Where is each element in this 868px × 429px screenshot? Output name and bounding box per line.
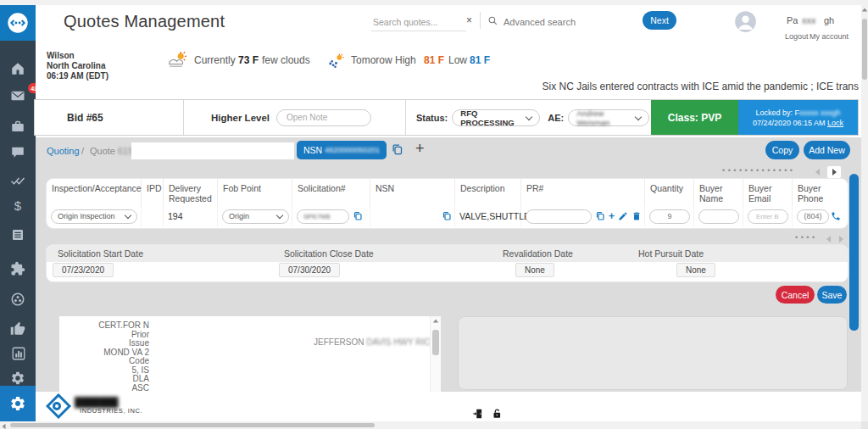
chevron-down-icon [125,212,131,219]
bar-chart-icon[interactable] [11,346,24,359]
higher-level-label: Higher Level [211,113,270,123]
tomorrow-label: Tomorow High [351,54,416,66]
status-select[interactable]: RFQ PROCESSING [452,109,540,126]
quantity-field[interactable] [649,209,690,224]
document-list-icon[interactable] [10,227,25,242]
phone-icon[interactable] [831,211,841,221]
add-pr-icon[interactable]: + [609,210,615,222]
save-button[interactable]: Save [817,286,847,304]
current-temp: 73 F [238,54,259,66]
home-icon[interactable] [10,61,25,76]
rain-sun-icon [326,53,345,75]
app-logo[interactable] [0,5,36,41]
avatar[interactable] [734,10,757,33]
clear-search-icon[interactable]: × [466,14,472,26]
pr-input[interactable] [532,211,585,221]
footer-bar [36,392,861,421]
hot-pursuit-date-button[interactable]: None [676,263,715,277]
settings-active-tile[interactable] [0,386,36,421]
side-pull-tab[interactable] [849,174,859,331]
ipd-cell [142,205,164,227]
buyer-phone-input[interactable] [801,211,825,221]
document-scrollbar[interactable] [430,316,441,392]
cloud-sun-icon [166,50,187,75]
buyer-email-input[interactable] [754,212,782,221]
lock-link[interactable]: Lock [827,119,843,127]
reel-icon[interactable] [10,292,25,307]
puzzle-icon[interactable] [10,261,25,276]
solicitation-field[interactable]: SPE7M5 [297,209,349,224]
copy-nsn-cell-icon[interactable] [442,211,452,221]
ae-select[interactable]: Andrew Weisman [568,109,649,126]
chat-icon[interactable] [10,144,25,159]
edit-icon[interactable] [618,211,628,221]
buyer-phone-field[interactable] [797,209,829,224]
scroll-left-icon[interactable] [3,424,6,429]
double-check-icon[interactable] [10,173,25,188]
user-name-last: gh [824,15,834,25]
cancel-button[interactable]: Cancel [776,286,815,304]
inspection-value: Origin Inspection [58,212,115,220]
vertical-scroll-thumb[interactable] [862,19,867,80]
pager-dots-top: ••••••••••••• [722,166,795,175]
horizontal-scroll-thumb[interactable] [10,423,375,427]
pager-next-icon [832,169,837,176]
fob-select[interactable]: Origin [222,209,289,224]
pager-prev-icon[interactable] [826,236,831,242]
scroll-up-icon[interactable] [862,8,867,12]
unlock-icon[interactable] [491,408,503,420]
sol-close-date-button[interactable]: 07/30/2020 [279,263,340,277]
mail-icon[interactable]: 438 [10,88,25,103]
pager-next-icon[interactable] [839,236,843,242]
document-scroll-thumb[interactable] [432,330,439,355]
open-note-input[interactable] [285,112,363,123]
buyer-name-input[interactable] [705,211,732,221]
gear-icon[interactable] [10,370,25,386]
buyer-email-field[interactable] [748,209,788,224]
dollar-icon[interactable]: $ [10,198,25,214]
buyer-name-field[interactable] [698,209,739,224]
exit-door-icon[interactable] [472,408,484,420]
copy-solicitation-icon[interactable] [353,211,363,221]
dates-header-row: Solicitation Start Date Solicitation Clo… [47,245,848,262]
logout-link[interactable]: Logout [785,32,809,41]
search-icon[interactable] [487,14,498,30]
chevron-down-icon [635,113,642,120]
my-account-link[interactable]: My account [810,32,849,41]
pager-prev-icon[interactable] [815,169,820,176]
copy-nsn-icon[interactable] [391,143,403,156]
pr-field[interactable] [526,209,592,224]
copy-button[interactable]: Copy [765,141,799,159]
add-quote-icon[interactable]: + [415,140,425,158]
search-input[interactable] [371,14,466,31]
delete-icon[interactable] [632,211,642,221]
locked-by-label: Locked by: F [755,109,799,117]
col-quantity: Quantity [645,179,694,205]
copy-pr-icon[interactable] [595,211,605,221]
col-delivery: Delivery Requested [164,179,218,205]
scrollbar-corner [861,421,868,429]
user-name-redacted: xxx [802,15,816,25]
nsn-chip-label: NSN [303,145,322,155]
gear-icon [9,395,26,412]
advanced-search-link[interactable]: Advanced search [504,17,576,27]
pager-next-button[interactable] [826,165,842,179]
quantity-input[interactable] [656,211,683,221]
inspection-select[interactable]: Origin Inspection [51,209,137,224]
currently-label: Currently [194,54,236,66]
col-pr: PR# [521,179,645,205]
add-new-button[interactable]: Add New [804,141,850,159]
nsn-chip[interactable]: NSN 4820000050201 [297,141,387,159]
quote-text-input[interactable] [131,142,294,159]
bid-card: Bid #65 Higher Level Status: RFQ PROCESS… [34,99,859,136]
doc-line: DLA [61,375,149,384]
sol-start-date-button[interactable]: 07/23/2020 [53,263,114,277]
next-button[interactable]: Next [643,11,676,30]
bid-number: Bid #65 [67,112,103,124]
open-note-field[interactable] [276,109,371,126]
revalidation-date-button[interactable]: None [515,263,554,277]
breadcrumb-quoting-link[interactable]: Quoting [47,146,80,156]
briefcase-icon[interactable] [10,119,25,134]
thumbs-up-icon[interactable] [10,321,25,337]
scroll-up-icon[interactable] [433,320,438,323]
